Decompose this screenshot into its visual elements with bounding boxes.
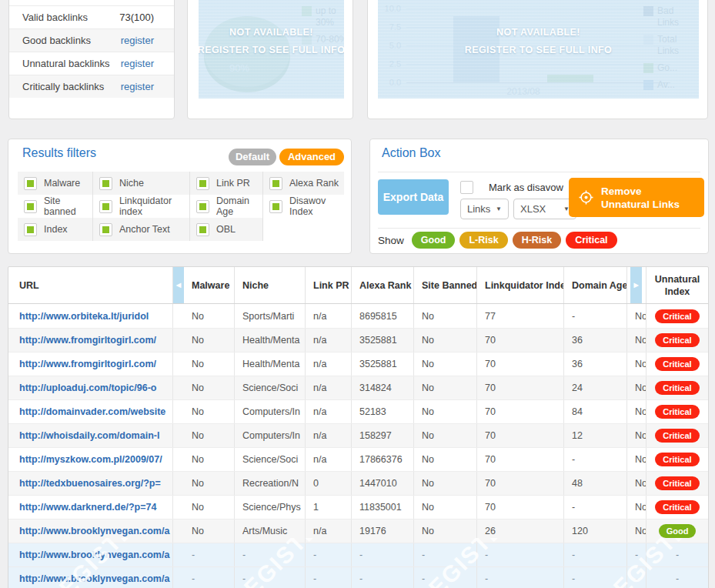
bar-chart: 10.07.55.02.50.0 2013/08 Bad LinksTotal … (378, 0, 699, 99)
checkbox-checked-icon[interactable] (269, 200, 282, 213)
show-badge-l-risk[interactable]: L-Risk (459, 232, 507, 249)
cell-linkquidator-index: 70 (476, 400, 563, 423)
url-link-cell[interactable]: http://www.brooklynvegan.com/a (8, 543, 172, 566)
filter-item-malware[interactable]: Malware (18, 172, 92, 195)
url-link-cell[interactable]: http://uploaduj.com/topic/96-o (8, 376, 172, 399)
expand-columns-right-handle[interactable]: ▶ (630, 267, 642, 303)
cell-unnatural-index: - (646, 543, 708, 566)
url-link-cell[interactable]: http://www.brooklynvegan.com/a (8, 567, 172, 588)
remove-unnatural-links-button[interactable]: Remove Unnatural Links (569, 178, 704, 217)
table-row: http://www.darknerd.de/?p=74NoScience/Ph… (8, 495, 708, 519)
disavow-checkbox[interactable] (460, 181, 473, 194)
stats-rows: Valid backlinks73(100)Good backlinksregi… (9, 0, 174, 98)
cell-unnatural-index: Critical (646, 400, 708, 423)
cell-hidden-clipped: No (626, 472, 646, 495)
cell-niche: Sports/Marti (234, 304, 305, 328)
divider (378, 228, 700, 229)
filter-label: Disawov Index (289, 195, 344, 217)
default-filters-button[interactable]: Default (229, 149, 276, 165)
checkbox-checked-icon[interactable] (24, 177, 37, 190)
cell-unnatural-index: Critical (646, 329, 708, 352)
cell-site-banned: No (413, 304, 476, 328)
filter-item-domain-age[interactable]: Domain Age (190, 195, 262, 218)
filter-item-linkquidator-index[interactable]: Linkquidator index (93, 195, 189, 218)
cell-linkquidator-index: 70 (476, 472, 563, 495)
cell-domain-age: 48 (563, 472, 626, 495)
results-filters-panel: Results filters Default Advanced Malware… (8, 139, 352, 254)
checkbox-checked-icon[interactable] (99, 177, 112, 190)
advanced-filters-button[interactable]: Advanced (279, 149, 344, 165)
cell-domain-age: 36 (563, 329, 626, 352)
header-alexa-rank[interactable]: Alexa Rank (351, 267, 413, 303)
url-link-cell[interactable]: http://myszkow.com.pl/2009/07/ (8, 448, 172, 471)
checkbox-checked-icon[interactable] (196, 177, 209, 190)
filter-item-site-banned[interactable]: Site banned (18, 195, 92, 218)
filter-item-niche[interactable]: Niche (93, 172, 189, 195)
filter-item-obl[interactable]: OBL (190, 218, 262, 241)
checkbox-checked-icon[interactable] (269, 177, 282, 190)
show-badge-good[interactable]: Good (412, 232, 456, 249)
filter-item-anchor-text[interactable]: Anchor Text (93, 218, 189, 241)
url-link-cell[interactable]: http://www.orbiteka.lt/juridol (8, 304, 172, 328)
cell-link-pr: n/a (305, 304, 351, 328)
filter-column: NicheLinkquidator indexAnchor Text (93, 172, 190, 241)
url-link-cell[interactable]: http://tedxbuenosaires.org/?p= (8, 472, 172, 495)
overlay-line1: NOT AVAILABLE! (496, 27, 580, 38)
cell-linkquidator-index: 70 (476, 424, 563, 447)
url-link-cell[interactable]: http://www.brooklynvegan.com/a (8, 520, 172, 543)
checkbox-checked-icon[interactable] (99, 223, 112, 236)
url-link-cell[interactable]: http://www.fromgirltogirl.com/ (8, 329, 172, 352)
filter-item-index[interactable]: Index (18, 218, 92, 241)
url-link-cell[interactable]: http://whoisdaily.com/domain-l (8, 424, 172, 447)
cell-link-pr: - (305, 543, 351, 566)
show-badge-h-risk[interactable]: H-Risk (513, 232, 562, 249)
cell-link-pr: n/a (305, 329, 351, 352)
header-domain-age[interactable]: Domain Age (563, 267, 626, 303)
expand-columns-right-cell: ▶ (626, 267, 646, 303)
header-niche[interactable]: Niche (234, 267, 305, 303)
cell-domain-age: - (563, 448, 626, 471)
locked-overlay: NOT AVAILABLE! REGISTER TO SEE FULL INFO (378, 0, 699, 99)
header-site-banned[interactable]: Site Banned (413, 267, 476, 303)
header-unnatural-index[interactable]: Unnatural Index (646, 267, 708, 303)
url-link-cell[interactable]: http://www.fromgirltogirl.com/ (8, 352, 172, 376)
stat-label: Good backlinks (22, 35, 91, 46)
filter-item-alexa-rank[interactable]: Alexa Rank (263, 172, 344, 195)
links-select[interactable]: Links ▼ (460, 199, 509, 219)
format-select-value: XLSX (520, 203, 546, 215)
checkbox-checked-icon[interactable] (99, 200, 112, 213)
format-select[interactable]: XLSX ▼ (513, 199, 576, 219)
remove-button-label: Remove Unnatural Links (601, 185, 692, 211)
checkbox-checked-icon[interactable] (196, 200, 209, 213)
header-malware[interactable]: Malware (184, 267, 234, 303)
register-link[interactable]: register (121, 58, 154, 69)
show-badge-critical[interactable]: Critical (566, 232, 616, 249)
cell-site-banned: No (413, 424, 476, 447)
cell-malware: No (184, 424, 234, 447)
cell-linkquidator-index: 70 (476, 448, 563, 471)
checkbox-checked-icon[interactable] (196, 223, 209, 236)
collapse-columns-left-handle[interactable]: ◀ (172, 267, 184, 303)
url-link-cell[interactable]: http://www.darknerd.de/?p=74 (8, 496, 172, 519)
header-link-pr[interactable]: Link PR (305, 267, 351, 303)
header-url[interactable]: URL (8, 267, 172, 303)
table-row: http://www.fromgirltogirl.com/NoHealth/M… (8, 328, 708, 352)
cell-link-pr: n/a (305, 400, 351, 423)
table-body: http://www.orbiteka.lt/juridolNoSports/M… (8, 304, 708, 588)
export-data-button[interactable]: Export Data (378, 179, 449, 215)
checkbox-checked-icon[interactable] (24, 200, 37, 213)
table-row: http://myszkow.com.pl/2009/07/NoScience/… (8, 447, 708, 471)
column-gap-cell (172, 543, 184, 566)
filter-item-disawov-index[interactable]: Disawov Index (263, 195, 344, 218)
overlay-line2: REGISTER TO SEE FULL INFO (465, 45, 613, 55)
cell-linkquidator-index: 70 (476, 496, 563, 519)
header-linkquidator-index[interactable]: Linkquidator Index (476, 267, 563, 303)
cell-malware: No (184, 352, 234, 376)
filter-label: Link PR (216, 178, 250, 189)
register-link[interactable]: register (121, 81, 154, 92)
filter-item-link-pr[interactable]: Link PR (190, 172, 262, 195)
table-row: http://uploaduj.com/topic/96-oNoScience/… (8, 376, 708, 399)
url-link-cell[interactable]: http://domainvader.com/website (8, 400, 172, 423)
checkbox-checked-icon[interactable] (24, 223, 37, 236)
register-link[interactable]: register (121, 35, 154, 46)
